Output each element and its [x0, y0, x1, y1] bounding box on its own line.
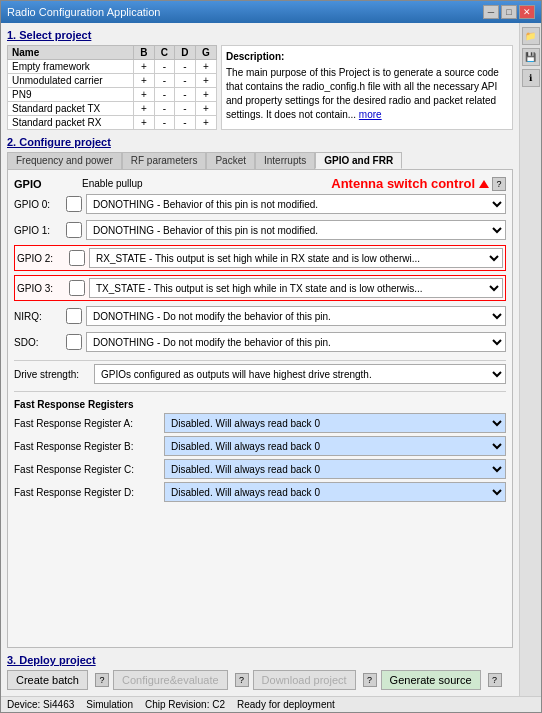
configure-evaluate-label: Configure&evaluate [122, 674, 219, 686]
col-b: + [134, 116, 155, 130]
col-d: - [175, 116, 196, 130]
tab-rf[interactable]: RF parameters [122, 152, 207, 169]
col-d: - [175, 74, 196, 88]
gpio2-label: GPIO 2: [17, 253, 69, 264]
frr-select-0[interactable]: Disabled. Will always read back 0 [164, 413, 506, 433]
gpio1-row: GPIO 1: DONOTHING - Behavior of this pin… [14, 219, 506, 241]
frr-row-2: Fast Response Register C: Disabled. Will… [14, 459, 506, 479]
table-row[interactable]: PN9 + - - + [8, 88, 217, 102]
drive-strength-row: Drive strength: GPIOs configured as outp… [14, 364, 506, 384]
main-window: Radio Configuration Application ─ □ ✕ 1.… [0, 0, 542, 713]
section2-header: 2. Configure project [7, 136, 513, 148]
col-c: - [154, 74, 175, 88]
gpio0-select[interactable]: DONOTHING - Behavior of this pin is not … [86, 194, 506, 214]
configure-evaluate-button[interactable]: Configure&evaluate [113, 670, 228, 690]
simulation-status: Simulation [86, 699, 133, 710]
antenna-help-button[interactable]: ? [492, 177, 506, 191]
configure-evaluate-help-button[interactable]: ? [235, 673, 249, 687]
description-label: Description: [226, 50, 508, 64]
gpio3-label: GPIO 3: [17, 283, 69, 294]
antenna-control: Antenna switch control ? [331, 176, 506, 191]
window-title: Radio Configuration Application [7, 6, 161, 18]
gpio3-select[interactable]: TX_STATE - This output is set high while… [89, 278, 503, 298]
close-button[interactable]: ✕ [519, 5, 535, 19]
nirq-label: NIRQ: [14, 311, 66, 322]
status-bar: Device: Si4463 Simulation Chip Revision:… [1, 696, 541, 712]
antenna-arrow-icon [479, 180, 489, 188]
restore-button[interactable]: □ [501, 5, 517, 19]
section-configure-project: 2. Configure project Frequency and power… [7, 136, 513, 648]
enable-pullup-label: Enable pullup [52, 178, 143, 189]
ready-status: Ready for deployment [237, 699, 335, 710]
section-deploy-project: 3. Deploy project Create batch?Configure… [7, 654, 513, 690]
project-name: Empty framework [8, 60, 134, 74]
drive-strength-label: Drive strength: [14, 369, 94, 380]
frr-label-0: Fast Response Register A: [14, 418, 164, 429]
frr-select-3[interactable]: Disabled. Will always read back 0 [164, 482, 506, 502]
nirq-select[interactable]: DONOTHING - Do not modify the behavior o… [86, 306, 506, 326]
section1-body: Name B C D G Empty framework + - - + Un [7, 45, 513, 130]
sdo-select[interactable]: DONOTHING - Do not modify the behavior o… [86, 332, 506, 352]
generate-source-button[interactable]: Generate source [381, 670, 481, 690]
nirq-checkbox[interactable] [66, 308, 82, 324]
open-folder-button[interactable]: 📁 [522, 27, 540, 45]
gpio2-select[interactable]: RX_STATE - This output is set high while… [89, 248, 503, 268]
download-project-help-button[interactable]: ? [363, 673, 377, 687]
gpio1-checkbox[interactable] [66, 222, 82, 238]
table-row[interactable]: Empty framework + - - + [8, 60, 217, 74]
section1-header: 1. Select project [7, 29, 513, 41]
col-c: - [154, 88, 175, 102]
col-header-c: C [154, 46, 175, 60]
sdo-checkbox[interactable] [66, 334, 82, 350]
generate-source-help-button[interactable]: ? [488, 673, 502, 687]
tab-freq[interactable]: Frequency and power [7, 152, 122, 169]
description-text: The main purpose of this Project is to g… [226, 66, 508, 122]
frr-select-1[interactable]: Disabled. Will always read back 0 [164, 436, 506, 456]
project-name: Standard packet RX [8, 116, 134, 130]
save-button[interactable]: 💾 [522, 48, 540, 66]
more-link[interactable]: more [359, 109, 382, 120]
gpio2-row: GPIO 2: RX_STATE - This output is set hi… [14, 245, 506, 271]
tab-content-gpio: GPIO Enable pullup Antenna switch contro… [7, 169, 513, 648]
description-box: Description: The main purpose of this Pr… [221, 45, 513, 130]
drive-strength-select[interactable]: GPIOs configured as outputs will have hi… [94, 364, 506, 384]
col-b: + [134, 60, 155, 74]
gpio-area-left: GPIO Enable pullup [14, 178, 143, 190]
main-content: 1. Select project Name B C D G [1, 23, 541, 696]
table-row[interactable]: Standard packet RX + - - + [8, 116, 217, 130]
col-g: + [195, 60, 216, 74]
gpio1-select[interactable]: DONOTHING - Behavior of this pin is not … [86, 220, 506, 240]
gpio0-label: GPIO 0: [14, 199, 66, 210]
col-header-b: B [134, 46, 155, 60]
sdo-row: SDO: DONOTHING - Do not modify the behav… [14, 331, 506, 353]
create-batch-button[interactable]: Create batch [7, 670, 88, 690]
gpio3-row: GPIO 3: TX_STATE - This output is set hi… [14, 275, 506, 301]
tab-packet[interactable]: Packet [206, 152, 255, 169]
frr-row-0: Fast Response Register A: Disabled. Will… [14, 413, 506, 433]
tab-interrupts[interactable]: Interrupts [255, 152, 315, 169]
project-table: Name B C D G Empty framework + - - + Un [7, 45, 217, 130]
minimize-button[interactable]: ─ [483, 5, 499, 19]
chip-revision: Chip Revision: C2 [145, 699, 225, 710]
download-project-button[interactable]: Download project [253, 670, 356, 690]
gpio-rows-container: GPIO 0: DONOTHING - Behavior of this pin… [14, 193, 506, 305]
divider2 [14, 391, 506, 392]
download-project-label: Download project [262, 674, 347, 686]
tab-gpio[interactable]: GPIO and FRR [315, 152, 402, 169]
generate-source-label: Generate source [390, 674, 472, 686]
table-row[interactable]: Standard packet TX + - - + [8, 102, 217, 116]
col-header-d: D [175, 46, 196, 60]
gpio3-checkbox[interactable] [69, 280, 85, 296]
device-status: Device: Si4463 [7, 699, 74, 710]
table-row[interactable]: Unmodulated carrier + - - + [8, 74, 217, 88]
col-g: + [195, 116, 216, 130]
project-name: PN9 [8, 88, 134, 102]
gpio0-checkbox[interactable] [66, 196, 82, 212]
col-d: - [175, 102, 196, 116]
frr-select-2[interactable]: Disabled. Will always read back 0 [164, 459, 506, 479]
gpio2-checkbox[interactable] [69, 250, 85, 266]
right-toolbar: 📁 💾 ℹ [519, 23, 541, 696]
info-button[interactable]: ℹ [522, 69, 540, 87]
create-batch-help-button[interactable]: ? [95, 673, 109, 687]
section-select-project: 1. Select project Name B C D G [7, 29, 513, 130]
